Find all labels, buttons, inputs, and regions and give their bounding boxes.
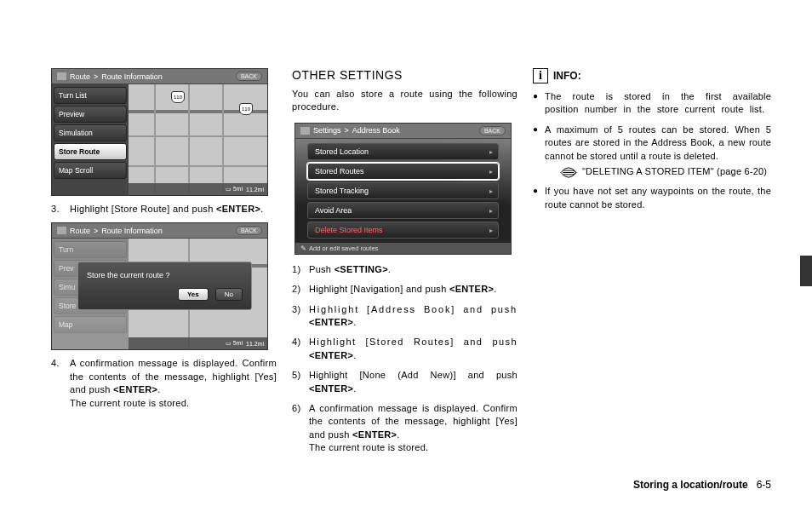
step-text: Highlight [Store Route] and push <ENTER>… [70, 203, 277, 216]
step-number: 4. [51, 357, 70, 410]
map-scale: ▭ 5mi [226, 186, 243, 193]
no-button: No [215, 288, 243, 301]
step-text: Highlight [Stored Routes] and push <ENTE… [309, 336, 518, 362]
chevron-right-icon: ▸ [489, 147, 493, 155]
step-number: 4) [292, 336, 309, 362]
route-shield: 110 [171, 91, 185, 103]
route-menu: Turn List Preview Simulation Store Route… [52, 84, 129, 196]
section-intro: You can also store a route using the fol… [292, 88, 518, 114]
menu-turn-list: Turn List [54, 87, 127, 104]
info-icon: i [533, 68, 548, 83]
section-heading-other-settings: OTHER SETTINGS [292, 68, 518, 82]
yes-button: Yes [178, 288, 209, 301]
bullet-text: If you have not set any waypoints on the… [545, 185, 771, 211]
procedure-step-4: 4) Highlight [Stored Routes] and push <E… [292, 336, 518, 362]
breadcrumb-settings: Settings [313, 126, 341, 135]
step-text: A confirmation message is displayed. Con… [309, 402, 518, 455]
map-scale: ▭ 5mi [226, 340, 243, 347]
procedure-step-3: 3) Highlight [Address Book] and push <EN… [292, 303, 518, 330]
settings-menu: Stored Location▸ Stored Routes▸ Stored T… [295, 139, 511, 243]
page-reference-icon [560, 167, 577, 178]
menu-map-scroll: Map Scroll [54, 162, 127, 179]
menu-store-route: Store Route [54, 143, 127, 160]
info-bullet: ● The route is stored in the first avail… [533, 90, 771, 117]
step-text: Highlight [Address Book] and push <ENTER… [309, 303, 518, 330]
route-shield: 110 [239, 103, 253, 115]
info-header: i INFO: [533, 68, 771, 83]
nav-breadcrumb: Settings > Address Book BACK [295, 124, 511, 139]
info-title: INFO: [553, 70, 581, 82]
hint-text: Add or edit saved routes [309, 245, 378, 252]
breadcrumb-route-info: Route Information [101, 227, 163, 235]
settings-delete-stored: Delete Stored Items▸ [307, 222, 499, 239]
procedure-step-5: 5) Highlight [None (Add New)] and push <… [292, 369, 518, 395]
page-section-tab [800, 256, 812, 286]
menu-preview: Preview [54, 106, 127, 123]
cross-reference: "DELETING A STORED ITEM" (page 6-20) [560, 165, 771, 178]
footer-page-number: 6-5 [757, 479, 771, 491]
chevron-right-icon: ▸ [489, 187, 493, 194]
step-number: 5) [292, 369, 309, 395]
info-bullet-list: ● The route is stored in the first avail… [533, 90, 771, 218]
settings-stored-routes: Stored Routes▸ [307, 163, 499, 180]
step-text: A confirmation message is displayed. Con… [70, 357, 277, 410]
bullet-text: A maximum of 5 routes can be stored. Whe… [545, 124, 771, 179]
menu-simulation: Simulation [54, 124, 127, 141]
pencil-icon: ✎ [300, 245, 306, 252]
procedure-step-6: 6) A confirmation message is displayed. … [292, 402, 518, 455]
menu-item: Turn [54, 241, 127, 258]
nav-screenshot-route-info: Route > Route Information BACK Turn List… [51, 68, 268, 196]
step-number: 3) [292, 303, 309, 330]
info-bullet: ● A maximum of 5 routes can be stored. W… [533, 124, 771, 179]
dialog-message: Store the current route ? [87, 271, 243, 279]
chevron-right-icon: ▸ [489, 226, 493, 233]
settings-icon [300, 127, 310, 135]
map-view: 110 110 [129, 84, 267, 196]
back-button: BACK [236, 72, 262, 81]
step-number: 3. [51, 203, 70, 216]
settings-avoid-area: Avoid Area▸ [307, 202, 499, 219]
settings-hint-bar: ✎ Add or edit saved routes [295, 243, 511, 255]
breadcrumb-separator: > [94, 72, 98, 81]
breadcrumb-route: Route [70, 72, 90, 81]
settings-stored-location: Stored Location▸ [307, 143, 499, 160]
map-footer: ▭ 5mi 11.2mi [129, 183, 267, 195]
back-button: BACK [479, 126, 506, 135]
route-icon [57, 72, 66, 80]
nav-breadcrumb: Route > Route Information BACK [52, 223, 267, 239]
info-bullet: ● If you have not set any waypoints on t… [533, 185, 771, 211]
nav-screenshot-confirm-dialog: Route > Route Information BACK Turn Prev… [51, 222, 268, 350]
chevron-right-icon: ▸ [489, 206, 493, 214]
breadcrumb-separator: > [94, 227, 98, 235]
confirmation-dialog: Store the current route ? Yes No [77, 262, 252, 310]
step-text: Push <SETTING>. [309, 263, 518, 276]
footer-section-title: Storing a location/route [633, 479, 748, 491]
procedure-step-1: 1) Push <SETTING>. [292, 263, 518, 276]
step-text: Highlight [Navigation] and push <ENTER>. [309, 283, 518, 296]
step-number: 1) [292, 263, 309, 276]
back-button: BACK [236, 226, 262, 235]
nav-breadcrumb: Route > Route Information BACK [52, 69, 267, 84]
route-icon [57, 227, 66, 234]
map-footer: ▭ 5mi 11.2mi [129, 337, 267, 349]
breadcrumb-route-info: Route Information [101, 72, 163, 81]
step-text: Highlight [None (Add New)] and push <ENT… [309, 369, 518, 395]
menu-item: Map [54, 316, 127, 333]
page-footer: Storing a location/route 6-5 [633, 479, 771, 491]
procedure-step-2: 2) Highlight [Navigation] and push <ENTE… [292, 283, 518, 296]
xref-text: "DELETING A STORED ITEM" (page 6-20) [582, 165, 767, 178]
step-number: 6) [292, 402, 309, 455]
map-distance: 11.2mi [246, 341, 264, 347]
bullet-icon: ● [533, 185, 545, 211]
bullet-icon: ● [533, 124, 545, 179]
procedure-list: 1) Push <SETTING>. 2) Highlight [Navigat… [292, 263, 518, 462]
chevron-right-icon: ▸ [489, 167, 493, 175]
step-number: 2) [292, 283, 309, 296]
settings-stored-tracking: Stored Tracking▸ [307, 182, 499, 199]
bullet-text: The route is stored in the first availab… [545, 90, 771, 117]
breadcrumb-route: Route [70, 227, 90, 235]
map-distance: 11.2mi [246, 187, 264, 193]
bullet-icon: ● [533, 90, 545, 117]
breadcrumb-separator: > [345, 126, 349, 135]
step-4: 4. A confirmation message is displayed. … [51, 357, 277, 410]
